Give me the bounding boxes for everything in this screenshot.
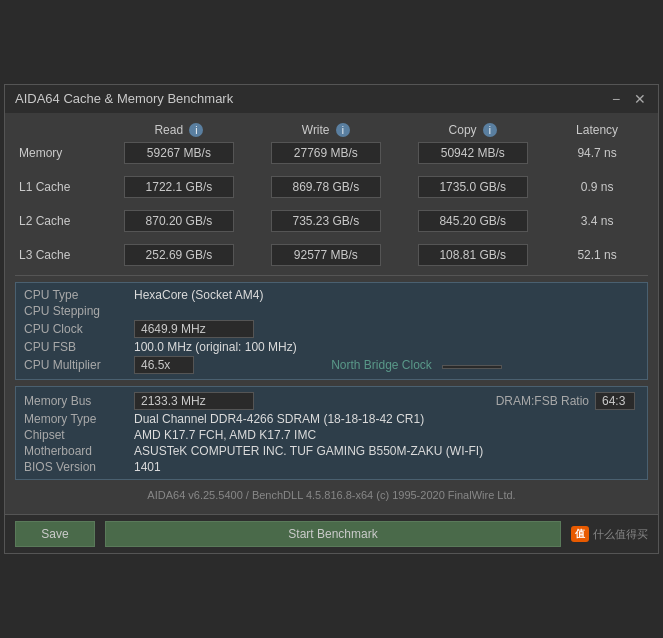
separator-1 — [15, 275, 648, 276]
memory-type-value: Dual Channel DDR4-4266 SDRAM (18-18-18-4… — [134, 412, 639, 426]
benchmark-table: Read i Write i Copy i Latency — [15, 121, 648, 270]
dram-fsb-label: DRAM:FSB Ratio — [496, 394, 589, 408]
read-value: 59267 MB/s — [124, 142, 234, 164]
save-button[interactable]: Save — [15, 521, 95, 547]
chipset-label: Chipset — [24, 428, 134, 442]
watermark-badge: 值 — [571, 526, 589, 542]
latency-value: 3.4 ns — [581, 214, 614, 228]
copy-value: 1735.0 GB/s — [418, 176, 528, 198]
latency-header: Latency — [576, 123, 618, 137]
cpu-fsb-value: 100.0 MHz (original: 100 MHz) — [134, 340, 639, 354]
write-header: Write — [302, 123, 330, 137]
motherboard-label: Motherboard — [24, 444, 134, 458]
title-controls: − ✕ — [608, 91, 648, 107]
chipset-value: AMD K17.7 FCH, AMD K17.7 IMC — [134, 428, 639, 442]
copy-value: 50942 MB/s — [418, 142, 528, 164]
read-value: 252.69 GB/s — [124, 244, 234, 266]
row-label: L3 Cache — [19, 248, 70, 262]
copy-header: Copy — [449, 123, 477, 137]
cpu-stepping-row: CPU Stepping — [24, 303, 639, 319]
bios-row: BIOS Version 1401 — [24, 459, 639, 475]
cpu-clock-row: CPU Clock 4649.9 MHz — [24, 319, 639, 339]
read-value: 870.20 GB/s — [124, 210, 234, 232]
minimize-button[interactable]: − — [608, 91, 624, 107]
cpu-multiplier-row: CPU Multiplier 46.5x North Bridge Clock — [24, 355, 639, 375]
cpu-info-section: CPU Type HexaCore (Socket AM4) CPU Stepp… — [15, 282, 648, 380]
memory-bus-row: Memory Bus 2133.3 MHz DRAM:FSB Ratio 64:… — [24, 391, 639, 411]
row-label: Memory — [19, 146, 62, 160]
cpu-clock-value: 4649.9 MHz — [134, 320, 254, 338]
write-value: 735.23 GB/s — [271, 210, 381, 232]
row-label: L1 Cache — [19, 180, 70, 194]
write-value: 869.78 GB/s — [271, 176, 381, 198]
main-window: AIDA64 Cache & Memory Benchmark − ✕ Read… — [4, 84, 659, 555]
cpu-type-row: CPU Type HexaCore (Socket AM4) — [24, 287, 639, 303]
write-info-icon[interactable]: i — [336, 123, 350, 137]
table-row: L1 Cache 1722.1 GB/s 869.78 GB/s 1735.0 … — [15, 173, 648, 201]
table-row: L2 Cache 870.20 GB/s 735.23 GB/s 845.20 … — [15, 207, 648, 235]
content-area: Read i Write i Copy i Latency — [5, 113, 658, 515]
memory-type-row: Memory Type Dual Channel DDR4-4266 SDRAM… — [24, 411, 639, 427]
cpu-stepping-label: CPU Stepping — [24, 304, 134, 318]
latency-value: 94.7 ns — [577, 146, 616, 160]
latency-value: 0.9 ns — [581, 180, 614, 194]
cpu-multiplier-label: CPU Multiplier — [24, 358, 134, 372]
north-bridge-value — [442, 365, 502, 369]
read-info-icon[interactable]: i — [189, 123, 203, 137]
footer-note: AIDA64 v6.25.5400 / BenchDLL 4.5.816.8-x… — [15, 486, 648, 506]
cpu-fsb-row: CPU FSB 100.0 MHz (original: 100 MHz) — [24, 339, 639, 355]
dram-fsb-value: 64:3 — [595, 392, 635, 410]
copy-value: 845.20 GB/s — [418, 210, 528, 232]
bios-label: BIOS Version — [24, 460, 134, 474]
cpu-fsb-label: CPU FSB — [24, 340, 134, 354]
copy-info-icon[interactable]: i — [483, 123, 497, 137]
cpu-multiplier-value: 46.5x — [134, 356, 194, 374]
window-title: AIDA64 Cache & Memory Benchmark — [15, 91, 233, 106]
motherboard-value: ASUSTeK COMPUTER INC. TUF GAMING B550M-Z… — [134, 444, 639, 458]
write-value: 27769 MB/s — [271, 142, 381, 164]
memory-info-section: Memory Bus 2133.3 MHz DRAM:FSB Ratio 64:… — [15, 386, 648, 480]
bottom-bar: Save Start Benchmark 值 什么值得买 — [5, 514, 658, 553]
motherboard-row: Motherboard ASUSTeK COMPUTER INC. TUF GA… — [24, 443, 639, 459]
watermark: 值 什么值得买 — [571, 526, 648, 542]
table-row: L3 Cache 252.69 GB/s 92577 MB/s 108.81 G… — [15, 241, 648, 269]
title-bar: AIDA64 Cache & Memory Benchmark − ✕ — [5, 85, 658, 113]
memory-type-label: Memory Type — [24, 412, 134, 426]
north-bridge-label: North Bridge Clock — [331, 358, 432, 372]
table-row: Memory 59267 MB/s 27769 MB/s 50942 MB/s … — [15, 139, 648, 167]
memory-bus-value: 2133.3 MHz — [134, 392, 254, 410]
cpu-clock-label: CPU Clock — [24, 322, 134, 336]
latency-value: 52.1 ns — [577, 248, 616, 262]
start-benchmark-button[interactable]: Start Benchmark — [105, 521, 561, 547]
close-button[interactable]: ✕ — [632, 91, 648, 107]
read-header: Read — [154, 123, 183, 137]
write-value: 92577 MB/s — [271, 244, 381, 266]
chipset-row: Chipset AMD K17.7 FCH, AMD K17.7 IMC — [24, 427, 639, 443]
cpu-type-label: CPU Type — [24, 288, 134, 302]
bios-value: 1401 — [134, 460, 639, 474]
memory-bus-label: Memory Bus — [24, 394, 134, 408]
copy-value: 108.81 GB/s — [418, 244, 528, 266]
cpu-type-value: HexaCore (Socket AM4) — [134, 288, 639, 302]
row-label: L2 Cache — [19, 214, 70, 228]
read-value: 1722.1 GB/s — [124, 176, 234, 198]
watermark-text: 什么值得买 — [593, 527, 648, 542]
